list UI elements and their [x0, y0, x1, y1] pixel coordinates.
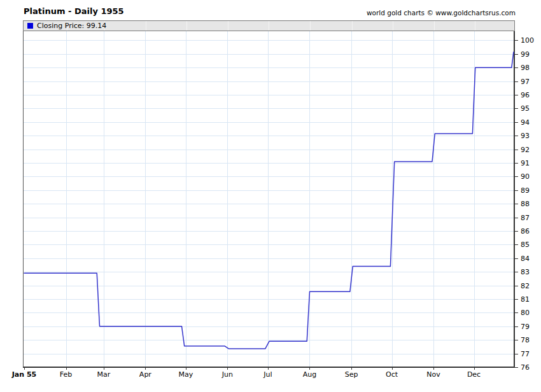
y-axis-label: 96: [521, 91, 541, 99]
legend-gridline: [146, 21, 146, 31]
y-axis-label: 86: [521, 227, 541, 235]
x-axis-label: Jun: [208, 370, 246, 379]
y-axis-label: 89: [521, 186, 541, 195]
x-axis-label: Jan 55: [5, 370, 43, 379]
y-axis-label: 87: [521, 214, 541, 222]
legend-swatch-icon: [27, 23, 33, 29]
x-axis-label: Nov: [414, 370, 453, 379]
legend-gridline: [228, 21, 228, 31]
x-axis-label: Apr: [126, 370, 164, 379]
y-axis-label: 80: [521, 309, 541, 317]
x-axis-label: Jul: [249, 370, 287, 379]
legend-gridline: [352, 21, 353, 31]
y-axis-label: 81: [521, 295, 541, 304]
y-axis-label: 99: [521, 50, 541, 59]
x-axis-label: Mar: [85, 370, 123, 379]
closing-price-line: [24, 52, 514, 349]
y-axis-label: 78: [521, 336, 541, 344]
legend-gridline: [310, 21, 311, 31]
legend-bar: Closing Price: 99.14: [23, 20, 515, 31]
chart-title: Platinum - Daily 1955: [24, 6, 124, 16]
y-axis-label: 82: [521, 282, 541, 290]
y-axis-label: 77: [521, 350, 541, 358]
y-axis-label: 84: [521, 255, 541, 263]
x-axis-label: May: [167, 370, 205, 379]
y-axis-label: 97: [521, 78, 541, 86]
legend-gridline: [269, 21, 269, 31]
y-axis-label: 93: [521, 132, 541, 140]
y-axis-label: 85: [521, 241, 541, 249]
y-axis-label: 88: [521, 200, 541, 208]
y-axis-label: 95: [521, 104, 541, 113]
y-axis-label: 100: [521, 36, 541, 45]
legend-item: Closing Price: 99.14: [27, 21, 106, 31]
x-axis-label: Oct: [373, 370, 411, 379]
y-axis-label: 91: [521, 159, 541, 167]
x-axis-label: Dec: [455, 370, 493, 379]
price-line-chart: [23, 31, 519, 372]
y-axis-label: 94: [521, 118, 541, 127]
y-axis-label: 90: [521, 172, 541, 181]
legend-gridline: [475, 21, 475, 31]
legend-gridline: [186, 21, 187, 31]
legend-label: Closing Price: 99.14: [37, 21, 106, 31]
y-axis-label: 92: [521, 146, 541, 154]
legend-gridline: [434, 21, 435, 31]
x-axis-label: Sep: [332, 370, 370, 379]
x-axis-label: Feb: [47, 370, 85, 379]
y-axis-label: 79: [521, 323, 541, 331]
legend-gridline: [393, 21, 393, 31]
credit-text: world gold charts © www.goldchartsrus.co…: [367, 9, 516, 17]
y-axis-label: 98: [521, 64, 541, 72]
chart-area: Closing Price: 99.14 7677787980818283848…: [23, 20, 541, 383]
plot-area: [23, 31, 519, 372]
x-axis-label: Aug: [290, 370, 328, 379]
y-axis-label: 83: [521, 268, 541, 276]
y-axis-label: 76: [521, 363, 541, 372]
